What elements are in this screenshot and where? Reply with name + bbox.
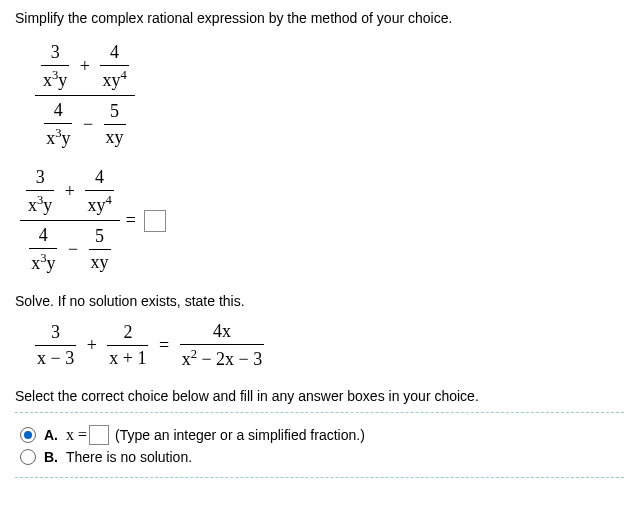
q1-expression-entry: 3 x3y + 4 xy4 4 x3y − 5 xy = [20,163,624,278]
choice-a-row[interactable]: A. x = (Type an integer or a simplified … [20,425,619,445]
num1-top: 3 [41,42,69,66]
den-minus: − [77,114,99,135]
q1-answer-input[interactable] [144,210,166,232]
t1-top: 3 [35,322,76,346]
choice-a-input[interactable] [89,425,109,445]
den1b-top: 4 [29,225,57,249]
radio-a[interactable] [20,427,36,443]
num2b-top: 4 [85,167,113,191]
t3-bot: x2 − 2x − 3 [180,345,265,370]
t3-top: 4x [180,321,265,345]
q2-select-instruction: Select the correct choice below and fill… [15,388,624,404]
q2-plus: + [81,335,103,356]
choice-container: A. x = (Type an integer or a simplified … [15,412,624,478]
num2-bot: xy4 [100,66,128,91]
choice-a-text: x = [66,426,87,444]
den2-top: 5 [104,101,126,125]
q2-equation: 3 x − 3 + 2 x + 1 = 4x x2 − 2x − 3 [35,321,624,370]
t1-bot: x − 3 [35,346,76,369]
t2-top: 2 [107,322,148,346]
q2-instruction: Solve. If no solution exists, state this… [15,293,624,309]
q1-expression-display: 3 x3y + 4 xy4 4 x3y − 5 xy [35,38,624,153]
denb-minus: − [62,239,84,260]
q1-instruction: Simplify the complex rational expression… [15,10,624,26]
num2b-bot: xy4 [85,191,113,216]
den1-top: 4 [44,100,72,124]
den2b-bot: xy [89,250,111,273]
q2-equals: = [153,335,175,356]
choice-b-row[interactable]: B. There is no solution. [20,449,619,465]
equals-sign: = [120,210,142,231]
den1-bot: x3y [44,124,72,149]
num1-bot: x3y [41,66,69,91]
t2-bot: x + 1 [107,346,148,369]
den2b-top: 5 [89,226,111,250]
num1b-top: 3 [26,167,54,191]
choice-b-text: There is no solution. [66,449,192,465]
choice-a-label: A. [44,427,58,443]
radio-b[interactable] [20,449,36,465]
den1b-bot: x3y [29,249,57,274]
num1b-bot: x3y [26,191,54,216]
choice-a-hint: (Type an integer or a simplified fractio… [115,427,365,443]
num2-top: 4 [100,42,128,66]
den2-bot: xy [104,125,126,148]
choice-b-label: B. [44,449,58,465]
numb-plus: + [59,181,81,202]
num-plus: + [74,56,96,77]
